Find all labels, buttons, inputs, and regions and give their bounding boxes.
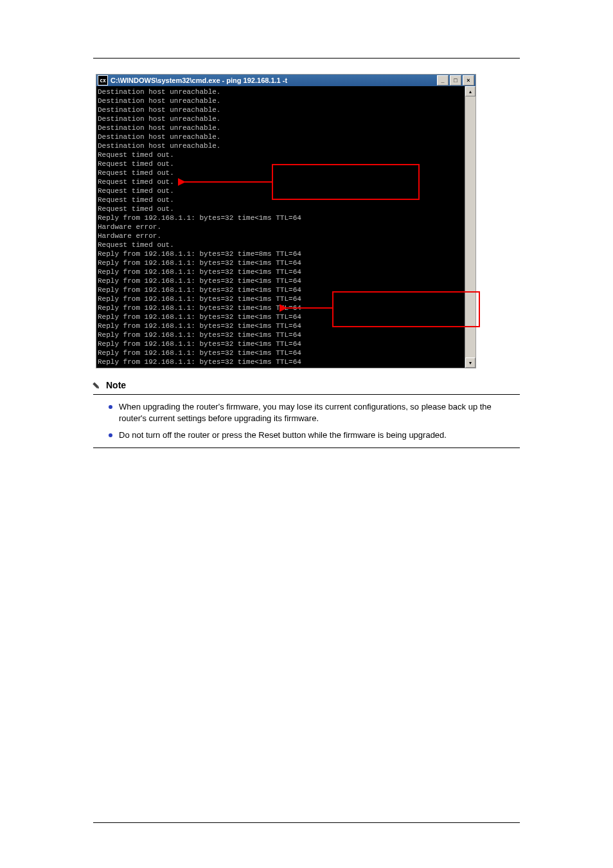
note-bullet-list: When upgrading the router's firmware, yo… bbox=[109, 401, 520, 441]
note-top-rule bbox=[93, 394, 520, 395]
note-bullet: Do not turn off the router or press the … bbox=[109, 429, 520, 441]
window-title: C:\WINDOWS\system32\cmd.exe - ping 192.1… bbox=[111, 77, 437, 84]
window-buttons: _ □ × bbox=[437, 75, 474, 86]
footer-rule bbox=[93, 822, 520, 823]
pencil-icon bbox=[91, 378, 104, 391]
titlebar: cx C:\WINDOWS\system32\cmd.exe - ping 19… bbox=[96, 75, 475, 86]
cmd-icon: cx bbox=[98, 75, 108, 86]
page-top-rule bbox=[93, 58, 520, 59]
callout-box-finished bbox=[332, 291, 480, 327]
minimize-button[interactable]: _ bbox=[437, 75, 449, 86]
note-bullet: When upgrading the router's firmware, yo… bbox=[109, 401, 520, 424]
close-button[interactable]: × bbox=[463, 75, 474, 86]
scroll-up-button[interactable]: ▴ bbox=[465, 86, 475, 96]
callout-box-rebooting bbox=[272, 164, 420, 200]
note-heading: Note bbox=[106, 380, 126, 390]
note-bottom-rule bbox=[93, 448, 520, 448]
scroll-down-button[interactable]: ▾ bbox=[465, 357, 475, 368]
maximize-button[interactable]: □ bbox=[450, 75, 461, 86]
